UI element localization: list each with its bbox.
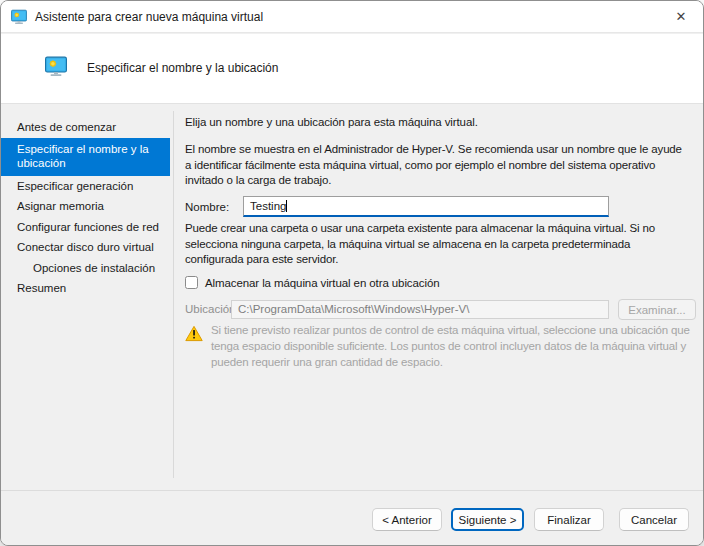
name-label: Nombre: [185, 201, 229, 213]
text-caret [286, 200, 287, 212]
close-button[interactable]: ✕ [659, 1, 703, 33]
nav-item-disco-duro-virtual[interactable]: Conectar disco duro virtual [1, 237, 173, 258]
finalizar-button[interactable]: Finalizar [534, 508, 604, 531]
wizard-nav: Antes de comenzar Especificar el nombre … [1, 117, 173, 299]
warning-icon [185, 325, 203, 342]
page-title: Especificar el nombre y la ubicación [87, 61, 278, 75]
title-bar: Asistente para crear nueva máquina virtu… [1, 1, 703, 33]
sidebar-divider [173, 111, 174, 478]
siguiente-button[interactable]: Siguiente > [451, 508, 524, 531]
folder-help-text: Puede crear una carpeta o usar una carpe… [185, 221, 691, 268]
name-help-text: El nombre se muestra en el Administrador… [185, 142, 691, 189]
close-icon: ✕ [676, 9, 687, 24]
store-elsewhere-checkbox[interactable] [185, 276, 198, 289]
browse-button[interactable]: Examinar... [618, 299, 696, 320]
nav-item-resumen[interactable]: Resumen [1, 278, 173, 299]
location-value: C:\ProgramData\Microsoft\Windows\Hyper-V… [238, 303, 469, 315]
store-elsewhere-label: Almacenar la máquina virtual en otra ubi… [205, 277, 439, 289]
nav-item-opciones-instalacion[interactable]: Opciones de instalación [1, 258, 173, 279]
window-title: Asistente para crear nueva máquina virtu… [35, 1, 263, 33]
nav-item-funciones-de-red[interactable]: Configurar funciones de red [1, 217, 173, 238]
cancelar-button[interactable]: Cancelar [619, 508, 689, 531]
checkpoint-warning-text: Si tiene previsto realizar puntos de con… [211, 323, 695, 370]
intro-text: Elija un nombre y una ubicación para est… [185, 115, 691, 131]
anterior-button[interactable]: < Anterior [372, 508, 442, 531]
nav-item-asignar-memoria[interactable]: Asignar memoria [1, 196, 173, 217]
nav-item-antes-de-comenzar[interactable]: Antes de comenzar [1, 117, 173, 138]
footer-bar: < Anterior Siguiente > Finalizar Cancela… [1, 491, 703, 545]
vm-monitor-icon [45, 56, 67, 77]
nav-item-nombre-y-ubicacion[interactable]: Especificar el nombre y la ubicación [1, 138, 170, 176]
nav-item-especificar-generacion[interactable]: Especificar generación [1, 176, 173, 197]
store-elsewhere-row: Almacenar la máquina virtual en otra ubi… [185, 273, 439, 289]
vm-name-input[interactable]: Testing [243, 196, 609, 217]
wizard-dialog: Asistente para crear nueva máquina virtu… [0, 0, 704, 546]
vm-name-value: Testing [250, 200, 286, 212]
hyperv-vm-icon [11, 9, 27, 25]
location-field[interactable]: C:\ProgramData\Microsoft\Windows\Hyper-V… [231, 300, 609, 319]
wizard-header: Especificar el nombre y la ubicación [1, 34, 703, 104]
